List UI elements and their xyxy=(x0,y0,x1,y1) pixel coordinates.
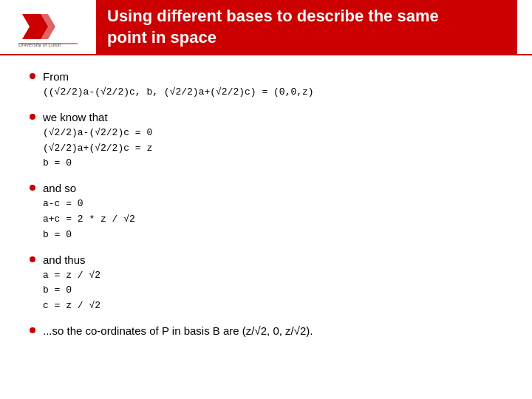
section-and-so: and so a-c = 0 a+c = 2 * z / √2 b = 0 xyxy=(30,182,502,242)
section-and-thus-content: and thus a = z / √2 b = 0 c = z / √2 xyxy=(43,253,502,314)
logo-area: University of Luton xyxy=(15,7,81,47)
section-conclusion: ...so the co-ordinates of P in basis B a… xyxy=(30,324,502,339)
section-from: From ((√2/2)a-(√2/2)c, b, (√2/2)a+(√2/2)… xyxy=(30,70,502,100)
section-conclusion-content: ...so the co-ordinates of P in basis B a… xyxy=(43,324,502,339)
and-so-line-1: a-c = 0 xyxy=(43,197,502,212)
section-we-know-content: we know that (√2/2)a-(√2/2)c = 0 (√2/2)a… xyxy=(43,111,502,171)
and-thus-line-2: b = 0 xyxy=(43,283,502,299)
slide-title: Using different bases to describe the sa… xyxy=(96,0,517,54)
section-from-label: From xyxy=(43,70,502,83)
we-know-line-3: b = 0 xyxy=(43,156,502,171)
section-and-thus-code: a = z / √2 b = 0 c = z / √2 xyxy=(43,268,502,314)
bullet-icon xyxy=(30,185,35,191)
page-header: University of Luton Using different base… xyxy=(0,0,532,55)
bullet-icon xyxy=(30,73,35,79)
we-know-line-2: (√2/2)a+(√2/2)c = z xyxy=(43,141,502,157)
section-we-know-label: we know that xyxy=(43,111,502,123)
section-and-thus: and thus a = z / √2 b = 0 c = z / √2 xyxy=(30,253,502,314)
section-and-thus-label: and thus xyxy=(43,253,502,266)
section-and-so-content: and so a-c = 0 a+c = 2 * z / √2 b = 0 xyxy=(43,182,502,242)
bullet-icon xyxy=(30,256,35,262)
section-we-know-code: (√2/2)a-(√2/2)c = 0 (√2/2)a+(√2/2)c = z … xyxy=(43,126,502,171)
we-know-line-1: (√2/2)a-(√2/2)c = 0 xyxy=(43,126,502,141)
bullet-icon xyxy=(30,327,35,333)
section-and-so-code: a-c = 0 a+c = 2 * z / √2 b = 0 xyxy=(43,197,502,242)
slide-content: From ((√2/2)a-(√2/2)c, b, (√2/2)a+(√2/2)… xyxy=(0,55,532,364)
section-conclusion-label: ...so the co-ordinates of P in basis B a… xyxy=(43,324,502,337)
section-from-code: ((√2/2)a-(√2/2)c, b, (√2/2)a+(√2/2)c) = … xyxy=(43,85,502,100)
and-thus-line-3: c = z / √2 xyxy=(43,299,502,314)
section-from-content: From ((√2/2)a-(√2/2)c, b, (√2/2)a+(√2/2)… xyxy=(43,70,502,100)
section-we-know: we know that (√2/2)a-(√2/2)c = 0 (√2/2)a… xyxy=(30,111,502,171)
and-so-line-2: a+c = 2 * z / √2 xyxy=(43,212,502,228)
bullet-icon xyxy=(30,114,35,120)
and-thus-line-1: a = z / √2 xyxy=(43,268,502,284)
and-so-line-3: b = 0 xyxy=(43,228,502,243)
svg-text:University of Luton: University of Luton xyxy=(18,42,61,47)
section-and-so-label: and so xyxy=(43,182,502,194)
university-logo: University of Luton xyxy=(15,7,81,47)
